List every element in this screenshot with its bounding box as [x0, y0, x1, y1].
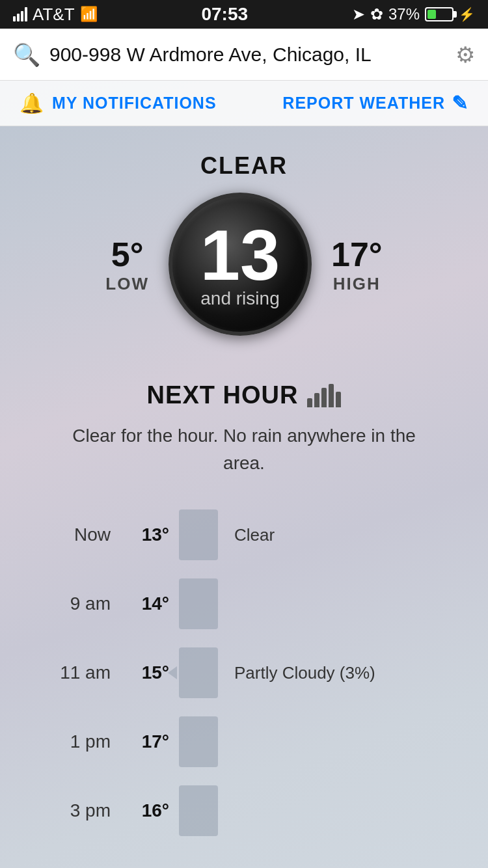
high-temp-section: 17° HIGH	[331, 235, 383, 294]
next-hour-title[interactable]: NEXT HOUR	[147, 381, 342, 409]
hour-temp-now: 13°	[111, 524, 169, 545]
pencil-icon: ✎	[452, 92, 468, 115]
next-hour-label: NEXT HOUR	[147, 381, 299, 409]
weather-desc-11am: Partly Cloudy (3%)	[234, 663, 375, 683]
bar-11am	[176, 647, 221, 698]
high-temp-label: HIGH	[333, 274, 381, 294]
hour-temp-9am: 14°	[111, 593, 169, 614]
hourly-section: Now 13° Clear 9 am 14° 11 am 15° Partly …	[0, 490, 488, 836]
signal-icon	[13, 7, 27, 21]
notifications-button[interactable]: 🔔 MY NOTIFICATIONS	[20, 92, 217, 115]
gear-icon[interactable]: ⚙	[455, 42, 475, 68]
main-content: 🔍 900-998 W Ardmore Ave, Chicago, IL ⚙ 🔔…	[0, 29, 488, 868]
address-text: 900-998 W Ardmore Ave, Chicago, IL	[49, 44, 455, 66]
hourly-row-now: Now 13° Clear	[33, 509, 455, 560]
status-bar: AT&T 📶 07:53 ➤ ✿ 37% ⚡	[0, 0, 488, 29]
search-icon: 🔍	[13, 42, 40, 68]
current-temp-sub: and rising	[200, 288, 279, 309]
condition-label: CLEAR	[200, 152, 288, 180]
low-temp-value: 5°	[111, 235, 144, 274]
report-label: REPORT WEATHER	[282, 94, 445, 113]
wifi-icon: 📶	[80, 6, 98, 23]
high-temp-value: 17°	[331, 235, 383, 274]
low-temp-section: 5° LOW	[105, 235, 149, 294]
hourly-row-9am: 9 am 14°	[33, 578, 455, 629]
page-dots	[0, 854, 488, 868]
hour-temp-3pm: 16°	[111, 800, 169, 821]
next-hour-section: NEXT HOUR Clear for the hour. No rain an…	[0, 362, 488, 490]
hourly-row-11am: 11 am 15° Partly Cloudy (3%)	[33, 647, 455, 698]
lightning-icon: ⚡	[459, 7, 475, 22]
hour-time-9am: 9 am	[33, 593, 111, 614]
battery-percent: 37%	[388, 5, 420, 23]
bar-9am	[176, 578, 221, 629]
weather-desc-now: Clear	[234, 525, 275, 545]
current-temp-circle: 13 and rising	[169, 193, 312, 336]
partly-cloudy-arrow	[168, 666, 177, 679]
bluetooth-icon: ✿	[370, 5, 383, 23]
hourly-row-1pm: 1 pm 17°	[33, 716, 455, 767]
next-hour-description: Clear for the hour. No rain anywhere in …	[62, 422, 426, 477]
weather-section: CLEAR 5° LOW 13 and rising 17° HIGH	[0, 126, 488, 362]
hour-time-1pm: 1 pm	[33, 731, 111, 752]
hour-time-3pm: 3 pm	[33, 800, 111, 821]
carrier-label: AT&T	[33, 5, 75, 25]
hour-temp-1pm: 17°	[111, 731, 169, 752]
search-bar[interactable]: 🔍 900-998 W Ardmore Ave, Chicago, IL ⚙	[0, 29, 488, 81]
low-temp-label: LOW	[105, 274, 149, 294]
hour-time-11am: 11 am	[33, 662, 111, 683]
bar-now	[176, 509, 221, 560]
bar-3pm	[176, 785, 221, 836]
battery-icon	[425, 7, 454, 21]
notifications-label: MY NOTIFICATIONS	[52, 94, 217, 113]
hour-time-now: Now	[33, 524, 111, 545]
time-display: 07:53	[201, 4, 248, 25]
bell-icon: 🔔	[20, 92, 44, 115]
report-weather-button[interactable]: REPORT WEATHER ✎	[282, 92, 468, 115]
nav-bar: 🔔 MY NOTIFICATIONS REPORT WEATHER ✎	[0, 81, 488, 126]
status-left: AT&T 📶	[13, 5, 98, 25]
bar-chart-icon	[307, 384, 341, 407]
hour-temp-11am: 15°	[111, 662, 169, 683]
status-right: ➤ ✿ 37% ⚡	[352, 5, 475, 23]
temp-row: 5° LOW 13 and rising 17° HIGH	[105, 193, 382, 336]
current-temp-value: 13	[200, 219, 280, 291]
bar-1pm	[176, 716, 221, 767]
location-icon: ➤	[352, 5, 365, 23]
hourly-row-3pm: 3 pm 16°	[33, 785, 455, 836]
